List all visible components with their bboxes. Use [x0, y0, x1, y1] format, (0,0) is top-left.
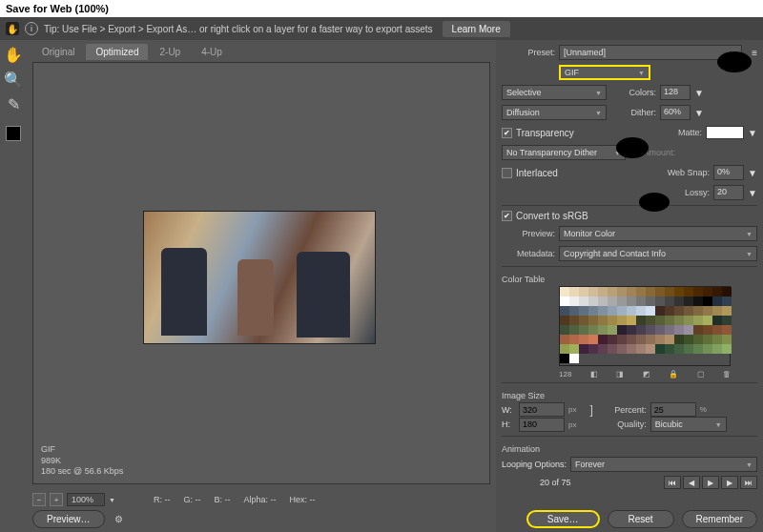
metadata-select[interactable]: Copyright and Contact Info▼	[559, 246, 757, 261]
color-cell[interactable]	[665, 344, 674, 354]
color-cell[interactable]	[560, 335, 569, 344]
color-cell[interactable]	[665, 297, 674, 306]
color-cell[interactable]	[588, 287, 598, 297]
chevron-down-icon[interactable]: ▼	[109, 497, 115, 503]
color-cell[interactable]	[569, 297, 579, 306]
ct-icon-1[interactable]: ◧	[590, 370, 598, 379]
color-cell[interactable]	[703, 344, 712, 354]
ct-icon-3[interactable]: ◩	[643, 370, 650, 379]
zoom-tool[interactable]: 🔍	[5, 71, 22, 88]
color-cell[interactable]	[617, 297, 627, 306]
color-cell[interactable]	[598, 335, 608, 344]
color-cell[interactable]	[655, 335, 665, 344]
color-cell[interactable]	[617, 344, 627, 354]
color-cell[interactable]	[665, 325, 674, 335]
dither-select[interactable]: Diffusion▼	[502, 105, 607, 120]
color-cell[interactable]	[693, 306, 703, 316]
chevron-down-icon[interactable]: ▼	[748, 128, 757, 138]
color-cell[interactable]	[569, 344, 579, 354]
color-cell[interactable]	[588, 306, 598, 316]
color-cell[interactable]	[579, 316, 588, 325]
color-cell[interactable]	[722, 306, 732, 316]
color-cell[interactable]	[598, 316, 608, 325]
zoom-value[interactable]: 100%	[67, 493, 105, 506]
color-cell[interactable]	[560, 306, 569, 316]
color-cell[interactable]	[665, 306, 674, 316]
color-cell[interactable]	[722, 325, 732, 335]
eyedropper-tool[interactable]: ✎	[5, 95, 22, 113]
color-cell[interactable]	[608, 325, 617, 335]
tab-2up[interactable]: 2-Up	[150, 44, 190, 60]
color-cell[interactable]	[617, 287, 627, 297]
chevron-down-icon[interactable]: ▼	[748, 188, 757, 198]
format-select[interactable]: GIF▼	[559, 65, 650, 80]
color-cell[interactable]	[684, 287, 693, 297]
color-cell[interactable]	[646, 297, 655, 306]
color-cell[interactable]	[674, 306, 684, 316]
color-cell[interactable]	[569, 335, 579, 344]
color-cell[interactable]	[627, 344, 636, 354]
matte-swatch[interactable]	[706, 126, 744, 139]
quality-select[interactable]: Bicubic▼	[650, 417, 727, 432]
websnap-input[interactable]: 0%	[713, 165, 744, 180]
color-cell[interactable]	[646, 306, 655, 316]
color-cell[interactable]	[636, 287, 646, 297]
color-cell[interactable]	[703, 306, 712, 316]
color-cell[interactable]	[579, 344, 588, 354]
width-input[interactable]	[519, 402, 565, 417]
color-cell[interactable]	[636, 316, 646, 325]
hand-tool[interactable]: ✋	[5, 46, 22, 63]
color-cell[interactable]	[617, 335, 627, 344]
color-cell[interactable]	[712, 297, 722, 306]
learn-more-button[interactable]: Learn More	[443, 21, 510, 37]
color-cell[interactable]	[608, 297, 617, 306]
color-cell[interactable]	[703, 335, 712, 344]
color-cell[interactable]	[655, 287, 665, 297]
color-cell[interactable]	[627, 306, 636, 316]
color-cell[interactable]	[608, 306, 617, 316]
color-cell[interactable]	[627, 287, 636, 297]
color-cell[interactable]	[569, 325, 579, 335]
color-cell[interactable]	[712, 325, 722, 335]
next-frame-button[interactable]: ▶	[721, 476, 738, 489]
hand-tool-icon[interactable]: ✋	[6, 22, 19, 35]
color-cell[interactable]	[684, 316, 693, 325]
color-cell[interactable]	[674, 344, 684, 354]
color-cell[interactable]	[627, 325, 636, 335]
color-cell[interactable]	[712, 335, 722, 344]
chevron-down-icon[interactable]: ▼	[694, 108, 704, 118]
color-cell[interactable]	[617, 325, 627, 335]
prev-frame-button[interactable]: ◀	[683, 476, 700, 489]
color-cell[interactable]	[636, 335, 646, 344]
play-button[interactable]: ▶	[702, 476, 719, 489]
color-cell[interactable]	[588, 344, 598, 354]
color-cell[interactable]	[684, 335, 693, 344]
srgb-checkbox[interactable]	[502, 211, 512, 221]
gear-icon[interactable]: ⚙	[113, 512, 126, 525]
color-cell[interactable]	[712, 344, 722, 354]
color-cell[interactable]	[655, 316, 665, 325]
color-cell[interactable]	[608, 335, 617, 344]
preview-button[interactable]: Preview…	[32, 510, 105, 528]
color-cell[interactable]	[569, 354, 579, 363]
color-cell[interactable]	[693, 344, 703, 354]
tab-optimized[interactable]: Optimized	[86, 44, 148, 60]
reset-button[interactable]: Reset	[608, 510, 674, 528]
color-cell[interactable]	[712, 316, 722, 325]
color-cell[interactable]	[693, 325, 703, 335]
color-cell[interactable]	[722, 316, 732, 325]
color-cell[interactable]	[617, 306, 627, 316]
trash-icon[interactable]: 🗑	[723, 370, 731, 379]
color-cell[interactable]	[627, 316, 636, 325]
color-cell[interactable]	[617, 316, 627, 325]
color-cell[interactable]	[588, 316, 598, 325]
color-cell[interactable]	[560, 354, 569, 363]
trans-dither-select[interactable]: No Transparency Dither▼	[502, 145, 626, 160]
chevron-down-icon[interactable]: ▼	[748, 168, 757, 178]
color-cell[interactable]	[579, 335, 588, 344]
color-cell[interactable]	[693, 335, 703, 344]
color-cell[interactable]	[579, 306, 588, 316]
color-cell[interactable]	[665, 316, 674, 325]
tab-4up[interactable]: 4-Up	[192, 44, 232, 60]
color-cell[interactable]	[636, 306, 646, 316]
